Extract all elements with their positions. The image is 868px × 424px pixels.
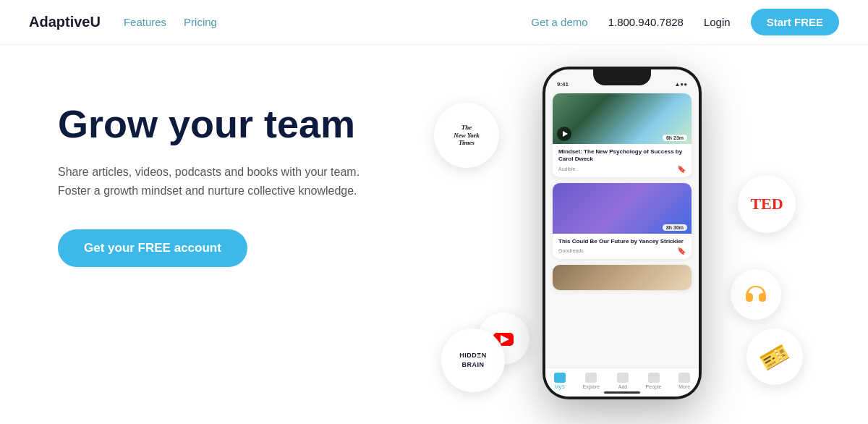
- hero-left: Grow your team Share articles, videos, p…: [58, 74, 434, 267]
- nav-demo-link[interactable]: Get a demo: [531, 16, 587, 28]
- nav-link-features[interactable]: Features: [124, 16, 166, 28]
- phone-notch: [593, 69, 651, 85]
- hero-title: Grow your team: [58, 103, 434, 145]
- nyt-bubble: TheNew YorkTimes: [434, 103, 499, 168]
- phone-nav-more-icon: [678, 373, 690, 383]
- nav-login-link[interactable]: Login: [704, 16, 731, 28]
- hero-cta-button[interactable]: Get your FREE account: [58, 229, 247, 267]
- card-2-source: Goodreads: [558, 248, 584, 253]
- bookmark-icon-2[interactable]: 🔖: [677, 247, 686, 255]
- phone-nav-explore-label: Explore: [583, 384, 600, 389]
- phone-nav-mys[interactable]: MyS: [554, 373, 566, 389]
- card-2-title: This Could Be Our Future by Yancey Stric…: [558, 238, 686, 245]
- content-card-2: 8h 30m This Could Be Our Future by Yance…: [553, 183, 692, 259]
- play-button-1[interactable]: [557, 127, 571, 141]
- phone-nav-people-label: People: [646, 384, 662, 389]
- phone-nav-more[interactable]: More: [678, 373, 690, 389]
- phone-nav-mys-icon: [554, 373, 566, 383]
- phone-outer: 9:41 ▲●● 6h 23m: [542, 67, 702, 399]
- navbar: AdaptiveU Features Pricing Get a demo 1.…: [0, 0, 868, 45]
- card-1-image: 6h 23m: [553, 93, 692, 144]
- nav-links: Features Pricing: [124, 16, 217, 28]
- card-1-duration: 6h 23m: [663, 135, 687, 141]
- logo[interactable]: AdaptiveU: [29, 14, 101, 30]
- app-content: 6h 23m Mindset: The New Psychology of Su…: [545, 89, 699, 300]
- phone-nav-add[interactable]: Add: [617, 373, 629, 389]
- card-2-body: This Could Be Our Future by Yancey Stric…: [553, 234, 692, 259]
- content-card-3: [553, 265, 692, 290]
- ticket-icon: 🎫: [755, 338, 794, 376]
- nav-right: Get a demo 1.800.940.7828 Login Start FR…: [531, 9, 839, 35]
- nav-start-free-button[interactable]: Start FREE: [751, 9, 839, 35]
- phone-time: 9:41: [557, 81, 569, 88]
- phone-home-indicator: [604, 391, 640, 394]
- card-1-title: Mindset: The New Psychology of Success b…: [558, 148, 686, 164]
- hero-subtitle: Share articles, videos, podcasts and boo…: [58, 163, 362, 200]
- card-2-duration: 8h 30m: [663, 224, 687, 231]
- phone-mockup: 9:41 ▲●● 6h 23m: [542, 67, 702, 399]
- phone-inner: 9:41 ▲●● 6h 23m: [545, 69, 699, 397]
- phone-nav-more-label: More: [678, 384, 690, 389]
- card-2-meta: Goodreads 🔖: [558, 247, 686, 255]
- phone-nav-add-icon: [617, 373, 629, 383]
- phone-nav-mys-label: MyS: [555, 384, 565, 389]
- hidden-brain-bubble: HIDDΞNBRΑIN: [441, 328, 505, 392]
- card-1-source: Audible: [558, 166, 575, 171]
- card-2-image: 8h 30m: [553, 183, 692, 234]
- phone-nav-add-label: Add: [618, 384, 627, 389]
- nav-phone: 1.800.940.7828: [608, 16, 684, 28]
- phone-nav-people-icon: [648, 373, 660, 383]
- nav-link-pricing[interactable]: Pricing: [184, 16, 217, 28]
- card-1-meta: Audible 🔖: [558, 165, 686, 173]
- ted-bubble: TED: [738, 175, 796, 233]
- phone-nav-people[interactable]: People: [646, 373, 662, 389]
- phone-nav-explore-icon: [585, 373, 597, 383]
- svg-point-0: [740, 279, 772, 310]
- audible-bubble: [731, 269, 781, 320]
- phone-status-icons: ▲●●: [674, 81, 687, 88]
- bookmark-icon-1[interactable]: 🔖: [677, 165, 686, 173]
- card-3-image: [553, 265, 692, 290]
- hero-section: Grow your team Share articles, videos, p…: [0, 45, 868, 421]
- hero-right: TheNew YorkTimes TED HIDDΞ: [434, 74, 810, 421]
- card-1-body: Mindset: The New Psychology of Success b…: [553, 144, 692, 177]
- phone-nav-explore[interactable]: Explore: [583, 373, 600, 389]
- ticket-bubble: 🎫: [746, 328, 803, 385]
- content-card-1: 6h 23m Mindset: The New Psychology of Su…: [553, 93, 692, 177]
